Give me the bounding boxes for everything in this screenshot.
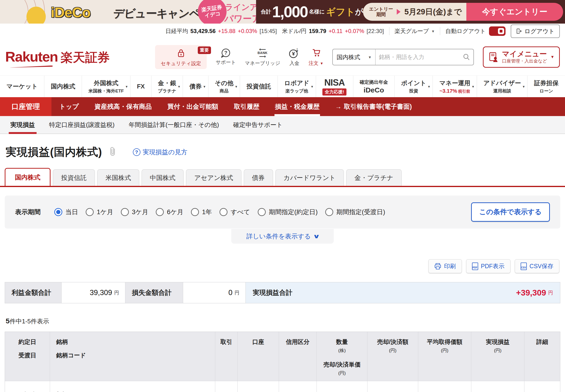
usdjpy-value: 159.79 — [309, 28, 326, 34]
printer-icon — [434, 263, 441, 270]
my-menu-button[interactable]: マイメニュー 口座管理・入出金など ▼ — [483, 46, 560, 68]
logout-icon — [516, 28, 522, 34]
nav-nisa[interactable]: NISA全力応援! — [316, 76, 353, 97]
nav-market[interactable]: マーケット — [0, 76, 44, 97]
realized-pl-help-link[interactable]: ? 実現損益の見方 — [133, 148, 188, 156]
order-button[interactable]: 注文▼ — [308, 48, 323, 67]
deposit-button[interactable]: ⇣ ¥ 入金 — [289, 48, 300, 67]
nav-gold-platinum[interactable]: 金・銀プラチナ▼ — [151, 76, 183, 97]
radio-today[interactable]: 当日 — [54, 208, 78, 216]
asset-class-tabs: 国内株式 投資信託 米国株式 中国株式 アセアン株式 債券 カバードワラント 金… — [0, 168, 565, 187]
banner-total-number: 1,000 — [272, 3, 307, 21]
tab-bonds[interactable]: 債券 — [244, 169, 273, 186]
tab-asean-stocks[interactable]: アセアン株式 — [186, 169, 241, 186]
tab-mutual-funds[interactable]: 投資信託 — [53, 169, 95, 186]
radio-1month[interactable]: 1ケ月 — [86, 208, 113, 216]
profit-total-value: 39,309円 — [62, 282, 125, 303]
nav-fx[interactable]: FX — [130, 76, 151, 97]
logout-button[interactable]: ログアウト — [511, 25, 560, 38]
radio-button[interactable] — [121, 208, 129, 216]
radio-1year[interactable]: 1年 — [191, 208, 212, 216]
col-header-amount: 売却/決済額 (円) — [367, 332, 418, 381]
cell-pl: +3,433 — [471, 381, 524, 392]
tab-china-stocks[interactable]: 中国株式 — [142, 169, 184, 186]
print-button[interactable]: 印刷 — [428, 259, 462, 273]
usdjpy-change: +0.11 — [329, 28, 342, 34]
col-header-account: 口座 — [237, 332, 279, 381]
radio-custom-settle-date[interactable]: 期間指定(受渡日) — [325, 208, 385, 216]
nav-pl-tax-history[interactable]: 損益・税金履歴 — [267, 97, 327, 116]
subnav-specific-account-pl[interactable]: 特定口座損益(譲渡益税) — [42, 116, 122, 134]
nav-foreign-stocks[interactable]: 外国株式米国株・海外ETF▼ — [82, 76, 130, 97]
tab-us-stocks[interactable]: 米国株式 — [97, 169, 139, 186]
realized-pl-total: 実現損益合計 +39,309 円 — [246, 282, 560, 303]
radio-6months[interactable]: 6ケ月 — [156, 208, 183, 216]
nav-trade-history[interactable]: 取引履歴 — [226, 97, 267, 116]
col-header-pl: 実現損益 (円) — [471, 332, 524, 381]
banner-entry-now-button[interactable]: 今すぐエントリー — [466, 3, 563, 21]
nav-account-top[interactable]: トップ — [51, 97, 87, 116]
radio-custom-trade-date[interactable]: 期間指定(約定日) — [258, 208, 318, 216]
radio-3months[interactable]: 3ケ月 — [121, 208, 148, 216]
realized-pl-table: 約定日 受渡日 銘柄 銘柄コード 取引 口座 信用区分 数量 (株) 売却/決済… — [5, 332, 560, 392]
rakuten-securities-logo[interactable]: Rakuten 楽天証券 — [5, 49, 110, 66]
logo-rakuten: Rakuten — [5, 49, 58, 65]
site-header: Rakuten 楽天証券 重要 セキュリティ設定 ? サポート ⟵ BANK ⟶ — [0, 39, 565, 75]
rakuten-group-dropdown[interactable]: 楽天グループ ▼ — [395, 27, 435, 35]
paperclip-icon — [108, 146, 117, 158]
security-settings-button[interactable]: 重要 セキュリティ設定 — [155, 45, 207, 69]
header-quick-links: 重要 セキュリティ設定 ? サポート ⟵ BANK ⟶ マネーブリッジ — [155, 45, 560, 69]
radio-all[interactable]: すべて — [219, 208, 250, 216]
tab-covered-warrants[interactable]: カバードワラント — [275, 169, 344, 186]
nav-bonds[interactable]: 債券▼ — [183, 76, 208, 97]
banner-entry-label: エントリー期間 — [369, 6, 393, 17]
nav-money-management[interactable]: マネー運用~3.17%税引前▼ — [433, 76, 477, 97]
radio-button[interactable] — [325, 208, 333, 216]
support-button[interactable]: ? サポート — [216, 49, 236, 66]
apply-filter-button[interactable]: この条件で表示する — [471, 202, 550, 222]
nav-account-management[interactable]: 口座管理 — [0, 97, 51, 116]
col-header-qty: 数量 (株) 売却/決済単価 (円) — [317, 332, 367, 381]
nav-ideco[interactable]: 確定拠出年金iDeCo — [353, 76, 395, 97]
nav-asset-balance[interactable]: 資産残高・保有商品 — [87, 97, 159, 116]
tab-gold-platinum[interactable]: 金・プラチナ — [346, 169, 402, 186]
nikkei-change-pct: +0.03% — [238, 28, 257, 34]
nav-securities-loan[interactable]: 証券担保ローン — [527, 76, 565, 97]
campaign-banner[interactable]: iDeCo デビューキャンペーン 楽天証券 イデコ ラインアップが パワーアップ… — [0, 0, 565, 24]
radio-button[interactable] — [219, 208, 228, 216]
search-input[interactable] — [376, 54, 459, 60]
radio-button[interactable] — [156, 208, 164, 216]
nav-buying-power[interactable]: 買付・出金可能額 — [159, 97, 226, 116]
radio-button[interactable] — [258, 208, 266, 216]
search-category-select[interactable]: 国内株式 ▼ — [333, 53, 375, 61]
show-detail-conditions-link[interactable]: 詳しい条件を表示する ∨ — [231, 229, 334, 244]
csv-save-button[interactable]: CSV CSV保存 — [515, 259, 559, 273]
nav-domestic-stocks[interactable]: 国内株式 — [44, 76, 82, 97]
pdf-view-button[interactable]: PDF PDF表示 — [466, 259, 510, 273]
profit-total-label: 利益金額合計 — [5, 282, 62, 303]
nav-robo-advisor[interactable]: ロボアド楽ラップ他▼ — [277, 76, 316, 97]
loss-total-label: 損失金額合計 — [125, 282, 183, 303]
nav-point-investment[interactable]: ポイント投資▼ — [394, 76, 433, 97]
nav-other-products[interactable]: その他商品▼ — [208, 76, 240, 97]
banner-entry-arrow-icon — [397, 9, 401, 15]
radio-button-checked[interactable] — [54, 208, 62, 216]
nav-trade-reports[interactable]: → 取引報告書等(電子書面) — [327, 97, 420, 116]
cell-name: 京都フィナンシャルG 5844 — [50, 381, 215, 392]
radio-button[interactable] — [86, 208, 94, 216]
subnav-tax-filing-support[interactable]: 確定申告サポート — [226, 116, 290, 134]
campaign-banner-right: 合計 1,000 名様に ギフト が当たる! エントリー期間 5月29日(金)ま… — [256, 0, 565, 24]
cell-detail — [524, 381, 560, 392]
nav-mutual-funds[interactable]: 投資信託 — [240, 76, 277, 97]
table-header-row: 約定日 受渡日 銘柄 銘柄コード 取引 口座 信用区分 数量 (株) 売却/決済… — [5, 332, 560, 381]
nikkei-time: [15:45] — [260, 28, 277, 34]
auto-logout-toggle[interactable] — [489, 27, 506, 36]
radio-button[interactable] — [191, 208, 199, 216]
cart-icon — [311, 48, 321, 58]
search-button[interactable] — [459, 53, 473, 61]
subnav-realized-pl[interactable]: 実現損益 — [3, 116, 42, 134]
subnav-annual-pl[interactable]: 年間損益計算(一般口座・その他) — [122, 116, 226, 134]
tab-domestic-stocks[interactable]: 国内株式 — [5, 168, 51, 186]
nav-advisor[interactable]: アドバイザー運用相談▼ — [477, 76, 527, 97]
money-bridge-button[interactable]: ⟵ BANK ⟶ マネーブリッジ — [245, 48, 280, 67]
